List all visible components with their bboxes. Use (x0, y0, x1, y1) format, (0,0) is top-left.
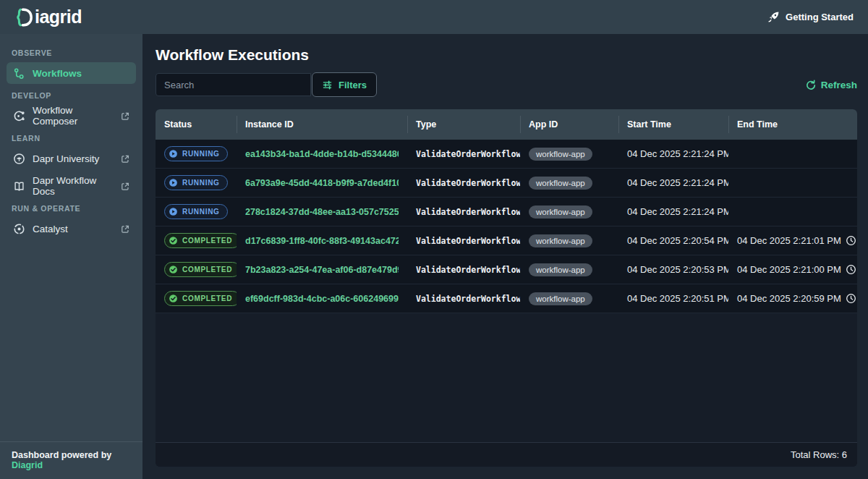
status-badge-completed: COMPLETED (164, 291, 237, 306)
sidebar: OBSERVE Workflows DEVELOP W (0, 34, 142, 479)
refresh-icon (805, 80, 816, 90)
table-row: RUNNING 278c1824-37dd-48ee-aa13-057c7525… (156, 198, 857, 226)
sidebar-item-label: Dapr Workflow Docs (33, 175, 113, 197)
table-header-row: Status Instance ID Type App ID Start Tim… (156, 109, 857, 140)
column-header-start-time: Start Time (618, 109, 728, 140)
instance-id-link[interactable]: ef69dcff-983d-4cbc-a06c-606249699b50 (245, 294, 399, 304)
app-id-chip: workflow-app (529, 205, 592, 219)
app-id-chip: workflow-app (529, 234, 592, 247)
workflow-type: ValidateOrderWorkflow (416, 178, 520, 188)
instance-id-link[interactable]: 278c1824-37dd-48ee-aa13-057c7525a1ef (245, 207, 399, 217)
app-id-chip: workflow-app (529, 148, 592, 161)
sidebar-item-workflows[interactable]: Workflows (7, 62, 136, 84)
section-label-run-operate: RUN & OPERATE (12, 204, 131, 213)
workflow-executions-table: Status Instance ID Type App ID Start Tim… (156, 109, 857, 467)
powered-by-text: Dashboard powered by (12, 450, 111, 460)
play-circle-icon (169, 149, 178, 158)
check-circle-icon (169, 265, 178, 274)
filters-label: Filters (339, 80, 367, 90)
diagrid-logo-mark-icon (13, 7, 35, 28)
composer-icon (13, 110, 25, 122)
play-circle-icon (169, 178, 178, 187)
section-label-observe: OBSERVE (12, 48, 131, 57)
sidebar-item-label: Workflow Composer (33, 105, 113, 127)
instance-id-link[interactable]: 6a793a9e-45dd-4418-b9f9-a7ded4f10b71 (245, 178, 399, 188)
play-circle-icon (169, 207, 178, 216)
getting-started-label: Getting Started (786, 12, 854, 22)
start-time: 04 Dec 2025 2:20:54 PM (627, 235, 728, 246)
diagrid-logo[interactable]: iagrid (13, 7, 82, 28)
section-label-learn: LEARN (12, 134, 131, 143)
table-empty-area (156, 313, 857, 442)
sidebar-item-dapr-workflow-docs[interactable]: Dapr Workflow Docs (7, 175, 136, 197)
section-label-develop: DEVELOP (12, 91, 131, 100)
app-id-chip: workflow-app (529, 292, 592, 305)
start-time: 04 Dec 2025 2:21:24 PM (627, 177, 728, 188)
column-header-type: Type (407, 109, 520, 140)
refresh-button[interactable]: Refresh (805, 80, 857, 90)
sidebar-nav: OBSERVE Workflows DEVELOP W (0, 34, 142, 441)
toolbar: Filters Refresh (156, 73, 857, 96)
catalyst-icon (13, 223, 25, 235)
start-time: 04 Dec 2025 2:20:51 PM (627, 293, 728, 304)
university-icon (13, 153, 25, 165)
end-time: 04 Dec 2025 2:21:00 PM (737, 264, 841, 275)
table-footer: Total Rows: 6 (156, 442, 857, 467)
sidebar-item-label: Workflows (33, 68, 82, 79)
page-title: Workflow Executions (156, 46, 857, 64)
instance-id-link[interactable]: d17c6839-1ff8-40fc-88f3-49143ac47202 (245, 236, 399, 246)
end-time: 04 Dec 2025 2:20:59 PM (737, 293, 841, 304)
workflow-type: ValidateOrderWorkflow (416, 294, 520, 304)
workflow-type: ValidateOrderWorkflow (416, 149, 520, 159)
sidebar-item-catalyst[interactable]: Catalyst (7, 218, 136, 240)
workflow-type: ValidateOrderWorkflow (416, 265, 520, 275)
sidebar-item-label: Catalyst (33, 224, 68, 234)
table-row: RUNNING 6a793a9e-45dd-4418-b9f9-a7ded4f1… (156, 169, 857, 198)
table-row: COMPLETED ef69dcff-983d-4cbc-a06c-606249… (156, 284, 857, 313)
sidebar-footer: Dashboard powered by Diagrid (0, 441, 142, 479)
end-time: 04 Dec 2025 2:21:01 PM (737, 235, 841, 246)
status-badge-running: RUNNING (164, 146, 228, 161)
rocket-icon (767, 11, 780, 23)
main-content: Workflow Executions Filters Refresh (142, 34, 868, 479)
logo-text: iagrid (35, 8, 82, 26)
column-header-app-id: App ID (520, 109, 618, 140)
column-header-instance-id: Instance ID (237, 109, 407, 140)
sidebar-item-dapr-university[interactable]: Dapr University (7, 148, 136, 169)
filters-button[interactable]: Filters (312, 72, 377, 97)
start-time: 04 Dec 2025 2:21:24 PM (627, 148, 728, 159)
topbar: iagrid Getting Started (0, 0, 868, 34)
column-header-status: Status (156, 109, 237, 140)
status-badge-completed: COMPLETED (164, 233, 237, 248)
docs-icon (13, 180, 25, 192)
status-badge-completed: COMPLETED (164, 262, 237, 277)
external-link-icon (120, 182, 129, 191)
clock-icon (846, 235, 856, 246)
refresh-label: Refresh (821, 80, 857, 90)
clock-icon (846, 293, 856, 304)
table-row: RUNNING ea143b34-ba1d-4dde-b14b-d5344486… (156, 140, 857, 169)
instance-id-link[interactable]: 7b23a823-a254-47ea-af06-d87e479d9c8d (245, 265, 399, 275)
filter-sliders-icon (322, 80, 333, 90)
clock-icon (846, 264, 856, 275)
status-badge-running: RUNNING (164, 175, 228, 190)
total-rows-label: Total Rows: 6 (791, 449, 847, 460)
external-link-icon (120, 224, 129, 234)
app-id-chip: workflow-app (529, 263, 592, 276)
workflow-type: ValidateOrderWorkflow (416, 207, 520, 217)
diagrid-footer-link[interactable]: Diagrid (12, 460, 43, 470)
search-input[interactable] (156, 73, 311, 96)
instance-id-link[interactable]: ea143b34-ba1d-4dde-b14b-d53444862... (245, 149, 399, 159)
table-row: COMPLETED d17c6839-1ff8-40fc-88f3-49143a… (156, 226, 857, 255)
sidebar-item-label: Dapr University (33, 153, 99, 164)
getting-started-button[interactable]: Getting Started (767, 11, 854, 23)
sidebar-item-workflow-composer[interactable]: Workflow Composer (7, 105, 136, 127)
table-row: COMPLETED 7b23a823-a254-47ea-af06-d87e47… (156, 255, 857, 284)
external-link-icon (120, 154, 129, 164)
start-time: 04 Dec 2025 2:20:53 PM (627, 264, 728, 275)
check-circle-icon (169, 294, 178, 303)
check-circle-icon (169, 236, 178, 245)
start-time: 04 Dec 2025 2:21:24 PM (627, 206, 728, 217)
status-badge-running: RUNNING (164, 204, 228, 219)
workflow-type: ValidateOrderWorkflow (416, 236, 520, 246)
